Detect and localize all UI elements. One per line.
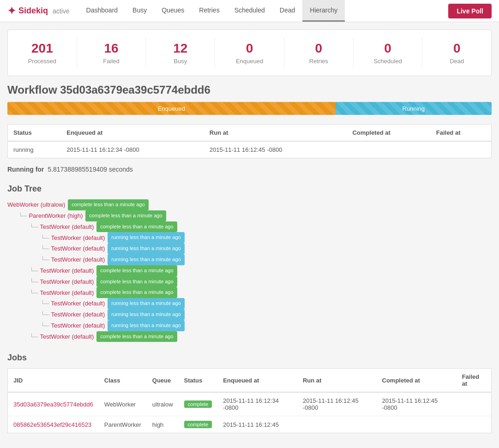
tree-connector-icon: └─: [30, 287, 38, 298]
stat-failed-number: 16: [77, 41, 146, 56]
tree-connector-icon: └─: [41, 233, 49, 243]
worker-name[interactable]: TestWorker (default): [40, 265, 94, 276]
nav-dashboard[interactable]: Dashboard: [79, 0, 126, 22]
worker-badge: running less than a minute ago: [108, 243, 184, 254]
tree-node: └─ TestWorker (default) complete less th…: [7, 265, 492, 276]
nav-scheduled[interactable]: Scheduled: [227, 0, 272, 22]
navbar: ✦ Sidekiq active Dashboard Busy Queues R…: [0, 0, 499, 22]
worker-badge: running less than a minute ago: [108, 309, 184, 320]
jobs-col-completed-at: Completed at: [377, 369, 457, 393]
worker-name[interactable]: TestWorker (default): [51, 320, 105, 331]
tree-connector-icon: └─: [30, 265, 38, 276]
tree-node: └─ ParentWorker (high) complete less tha…: [7, 210, 492, 221]
worker-name[interactable]: TestWorker (default): [51, 233, 105, 243]
tree-connector-icon: └─: [18, 210, 27, 221]
brand: ✦ Sidekiq active: [7, 5, 70, 17]
nav-queues[interactable]: Queues: [154, 0, 192, 22]
table-row: 085862e536543ef29c416523 ParentWorker hi…: [8, 416, 492, 433]
running-for-value: 5.817388985519409 seconds: [48, 166, 133, 173]
stat-scheduled-label: Scheduled: [354, 58, 422, 65]
stat-retries-label: Retries: [284, 58, 353, 65]
nav-busy[interactable]: Busy: [125, 0, 154, 22]
tree-connector-icon: └─: [30, 221, 38, 232]
cell-queue: ultralow: [147, 392, 179, 416]
stat-scheduled-number: 0: [354, 41, 422, 56]
worker-badge: complete less than a minute ago: [96, 276, 177, 287]
tree-connector-icon: └─: [30, 276, 38, 287]
cell-status: complete: [179, 416, 218, 433]
job-tree: Job Tree WebWorker (ultralow) complete l…: [7, 184, 492, 342]
live-poll-button[interactable]: Live Poll: [448, 4, 492, 18]
worker-name[interactable]: TestWorker (default): [51, 309, 105, 320]
jobs-col-enqueued-at: Enqueued at: [217, 369, 297, 393]
jobs-col-failed-at: Failed at: [457, 369, 492, 393]
worker-name[interactable]: TestWorker (default): [40, 221, 94, 232]
jid-link[interactable]: 35d03a6379ea39c5774ebdd6: [13, 401, 93, 408]
cell-jid[interactable]: 085862e536543ef29c416523: [8, 416, 99, 433]
worker-name[interactable]: TestWorker (default): [51, 243, 105, 254]
tree-connector-icon: └─: [30, 331, 38, 342]
worker-badge: complete less than a minute ago: [96, 221, 177, 233]
brand-icon: ✦: [7, 5, 16, 17]
stat-retries-number: 0: [284, 41, 353, 56]
workflow-title: Workflow 35d03a6379ea39c5774ebdd6: [7, 84, 492, 96]
stat-processed: 201 Processed: [8, 37, 77, 68]
worker-name[interactable]: TestWorker (default): [40, 276, 94, 287]
jobs-col-status: Status: [179, 369, 218, 393]
stat-processed-label: Processed: [8, 58, 77, 65]
nav-retries[interactable]: Retries: [192, 0, 227, 22]
status-badge: complete: [184, 421, 212, 428]
worker-name[interactable]: TestWorker (default): [40, 331, 94, 342]
col-enqueued-at: Enqueued at: [61, 125, 204, 142]
tree-node: └─ TestWorker (default) complete less th…: [7, 221, 492, 233]
cell-enqueued-at: 2015-11-11 16:12:34 -0800: [61, 141, 204, 158]
cell-status: complete: [179, 392, 218, 416]
worker-name[interactable]: TestWorker (default): [51, 298, 105, 309]
col-run-at: Run at: [204, 125, 347, 142]
cell-enqueued-at: 2015-11-11 16:12:34 -0800: [217, 392, 297, 416]
status-badge: complete: [184, 400, 212, 408]
stat-failed: 16 Failed: [77, 37, 146, 68]
progress-bar: Enqueued Running: [7, 102, 492, 115]
cell-queue: high: [147, 416, 179, 433]
cell-run-at: 2015-11-11 16:12:45 -0800: [297, 392, 377, 416]
stat-failed-label: Failed: [77, 58, 146, 65]
jid-link[interactable]: 085862e536543ef29c416523: [13, 421, 91, 428]
cell-failed-at: [457, 416, 492, 433]
nav-links: Dashboard Busy Queues Retries Scheduled …: [79, 0, 449, 22]
cell-jid[interactable]: 35d03a6379ea39c5774ebdd6: [8, 392, 99, 416]
brand-name: Sidekiq: [18, 6, 48, 16]
worker-name[interactable]: WebWorker (ultralow): [7, 199, 65, 210]
main-content: Workflow 35d03a6379ea39c5774ebdd6 Enqueu…: [7, 84, 492, 433]
nav-dead[interactable]: Dead: [272, 0, 302, 22]
worker-name[interactable]: TestWorker (default): [40, 287, 94, 298]
worker-badge: running less than a minute ago: [108, 298, 184, 309]
tree-node: └─ TestWorker (default) complete less th…: [7, 276, 492, 287]
jobs-table: JID Class Queue Status Enqueued at Run a…: [7, 368, 492, 433]
tree-node: └─ TestWorker (default) running less tha…: [7, 232, 492, 243]
worker-badge: running less than a minute ago: [108, 232, 184, 243]
tree-node: └─ TestWorker (default) complete less th…: [7, 287, 492, 298]
stat-enqueued-number: 0: [215, 41, 284, 56]
stat-busy: 12 Busy: [146, 37, 215, 68]
cell-run-at: 2015-11-11 16:12:45 -0800: [204, 141, 347, 158]
jobs-col-run-at: Run at: [297, 369, 377, 393]
col-completed-at: Completed at: [347, 125, 430, 142]
cell-enqueued-at: 2015-11-11 16:12:45: [217, 416, 297, 433]
stat-busy-label: Busy: [146, 58, 215, 65]
stat-dead-number: 0: [422, 41, 491, 56]
tree-connector-icon: └─: [41, 254, 49, 265]
nav-hierarchy[interactable]: Hierarchy: [302, 0, 345, 22]
jobs-col-jid: JID: [8, 369, 99, 393]
cell-failed-at: [457, 392, 492, 416]
cell-status: running: [8, 141, 61, 158]
jobs-section: Jobs JID Class Queue Status Enqueued at …: [7, 353, 492, 433]
tree-node: └─ TestWorker (default) complete less th…: [7, 331, 492, 342]
tree-node: └─ TestWorker (default) running less tha…: [7, 309, 492, 320]
tree-connector-icon: └─: [41, 243, 49, 254]
worker-name[interactable]: TestWorker (default): [51, 254, 105, 265]
stat-enqueued: 0 Enqueued: [215, 37, 284, 68]
cell-class: WebWorker: [99, 392, 147, 416]
worker-badge: complete less than a minute ago: [85, 210, 166, 221]
worker-name[interactable]: ParentWorker (high): [29, 210, 83, 221]
